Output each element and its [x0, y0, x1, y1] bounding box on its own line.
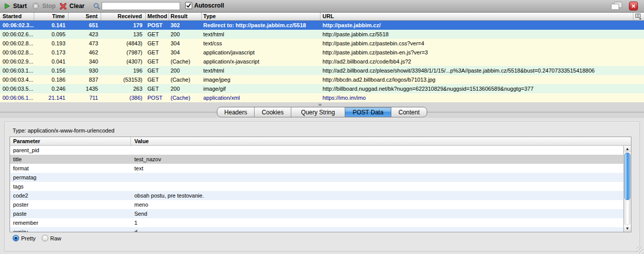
vertical-scrollbar[interactable]: ▲ ▼	[623, 146, 631, 232]
request-row-cell-sent: 462	[68, 48, 101, 57]
request-row-cell-started: 00:06:06.1...	[0, 93, 34, 102]
request-row[interactable]: 00:06:03.4...0.186837(53153)GET(Cache)im…	[0, 75, 644, 84]
param-row-cell-value: meno	[131, 200, 623, 209]
param-row[interactable]: expiryd	[10, 227, 623, 232]
close-icon[interactable]: ✕	[629, 2, 638, 11]
request-rows: 00:06:02.3...0.141651179POST302Redirect …	[0, 21, 644, 102]
column-header-sent[interactable]: Sent	[68, 13, 101, 20]
request-row-cell-started: 00:06:03.1...	[0, 66, 34, 75]
param-row[interactable]: pasteSend	[10, 209, 623, 218]
raw-radio[interactable]: Raw	[42, 235, 61, 241]
pretty-radio-label: Pretty	[21, 235, 36, 241]
autoscroll-label: Autoscroll	[194, 2, 224, 9]
request-row-cell-method: GET	[146, 84, 169, 93]
request-row[interactable]: 00:06:03.5...0.2461435263GET200image/gif…	[0, 84, 644, 93]
param-row[interactable]: permatag	[10, 173, 623, 182]
view-mode-radios: Pretty Raw	[13, 235, 61, 241]
param-row-cell-value: test_nazov	[131, 155, 623, 164]
request-row-cell-sent: 837	[68, 75, 101, 84]
column-header-result[interactable]: Result	[169, 13, 202, 20]
param-row[interactable]: remember1	[10, 218, 623, 227]
scroll-up-icon[interactable]: ▲	[624, 146, 631, 152]
post-data-panel: Type: application/x-www-form-urlencoded …	[0, 118, 644, 254]
column-header-type[interactable]: Type	[202, 13, 320, 20]
param-row-cell-param: expiry	[10, 227, 131, 232]
request-row-cell-started: 00:06:02.9...	[0, 57, 34, 66]
param-row-cell-param: tags	[10, 182, 131, 191]
tab-headers[interactable]: Headers	[217, 107, 254, 117]
param-row[interactable]: titletest_nazov	[10, 155, 623, 164]
request-row[interactable]: 00:06:02.8...0.193473(4843)GET304text/cs…	[0, 39, 644, 48]
detach-window-icon[interactable]	[611, 2, 623, 11]
start-button[interactable]: Start	[4, 0, 27, 12]
request-row-cell-type: image/gif	[202, 84, 320, 93]
request-row-cell-result: (Cache)	[169, 93, 202, 102]
tab-query-string[interactable]: Query String	[291, 107, 345, 117]
request-row-cell-received: 179	[101, 21, 146, 30]
column-header-started[interactable]: Started	[0, 13, 34, 20]
request-row-cell-url: http://paste.jabbim.cz/pastebin.css?ver=…	[320, 39, 644, 48]
post-data-rows: parent_pidtitletest_nazovformattextperma…	[10, 146, 623, 232]
pretty-radio[interactable]: Pretty	[13, 235, 36, 241]
request-row-cell-started: 00:06:02.8...	[0, 39, 34, 48]
request-row-cell-url: http://bbcdn.ad2.billboard.cz/logos/b710…	[320, 75, 644, 84]
param-row-cell-param: poster	[10, 200, 131, 209]
stop-button[interactable]: Stop	[32, 0, 56, 12]
request-row[interactable]: 00:06:02.3...0.141651179POST302Redirect …	[0, 21, 644, 30]
request-row-cell-type: application/xml	[202, 93, 320, 102]
param-row[interactable]: postermeno	[10, 200, 623, 209]
tab-post-data[interactable]: POST Data	[345, 107, 391, 117]
column-header-url[interactable]: URL	[320, 13, 633, 20]
scroll-down-icon[interactable]: ▼	[624, 225, 631, 232]
request-row[interactable]: 00:06:02.8...0.173462(7987)GET304applica…	[0, 48, 644, 57]
param-row[interactable]: parent_pid	[10, 146, 623, 155]
request-row-cell-sent: 651	[68, 21, 101, 30]
column-picker-icon[interactable]	[633, 13, 644, 20]
request-row[interactable]: 00:06:06.1...21.141711(386)POST(Cache)ap…	[0, 93, 644, 102]
request-row-cell-sent: 340	[68, 57, 101, 66]
request-row[interactable]: 00:06:02.9...0.041340(4307)GET(Cache)app…	[0, 57, 644, 66]
request-row-cell-received: 263	[101, 84, 146, 93]
splitter-grip-icon[interactable]	[318, 104, 321, 106]
clear-button-label: Clear	[69, 3, 85, 10]
request-row-cell-time: 0.246	[34, 84, 68, 93]
detail-tabbar: Headers Cookies Query String POST Data C…	[0, 106, 644, 118]
autoscroll-checkbox[interactable]: Autoscroll	[185, 2, 224, 9]
request-row-cell-time: 0.141	[34, 21, 68, 30]
request-row[interactable]: 00:06:03.1...0.156930196GET200text/htmlh…	[0, 66, 644, 75]
request-row-cell-received: (386)	[101, 93, 146, 102]
request-row-cell-received: (4307)	[101, 57, 146, 66]
param-row[interactable]: code2obsah postu, pre testovanie.	[10, 191, 623, 200]
request-row-cell-url: http://ad2.billboard.cz/please/showit/33…	[320, 66, 644, 75]
column-header-received[interactable]: Received	[101, 13, 146, 20]
request-row-cell-received: 196	[101, 66, 146, 75]
param-row-cell-value: obsah postu, pre testovanie.	[131, 191, 623, 200]
param-row-cell-value: 1	[131, 218, 623, 227]
request-row-cell-started: 00:06:02.8...	[0, 48, 34, 57]
request-row-cell-result: 304	[169, 48, 202, 57]
request-row-cell-method: POST	[146, 93, 169, 102]
param-row-cell-param: title	[10, 155, 131, 164]
column-header-time[interactable]: Time	[34, 13, 68, 20]
panel-splitter[interactable]	[0, 102, 644, 106]
tab-cookies[interactable]: Cookies	[254, 107, 291, 117]
clear-button[interactable]: Clear	[60, 0, 85, 12]
post-data-table-header: Parameter Value	[10, 137, 631, 146]
column-header-parameter[interactable]: Parameter	[10, 137, 131, 145]
request-row-cell-result: (Cache)	[169, 57, 202, 66]
param-row[interactable]: tags	[10, 182, 623, 191]
request-row[interactable]: 00:06:02.6...0.095423135GET200text/htmlh…	[0, 30, 644, 39]
request-row-cell-time: 0.193	[34, 39, 68, 48]
tab-content[interactable]: Content	[391, 107, 427, 117]
request-row-cell-url: https://imo.im/imo	[320, 93, 644, 102]
content-type-label: Type: application/x-www-form-urlencoded	[13, 128, 114, 134]
column-header-value[interactable]: Value	[131, 137, 631, 145]
param-row[interactable]: formattext	[10, 164, 623, 173]
detail-tabs: Headers Cookies Query String POST Data C…	[217, 107, 427, 117]
column-header-method[interactable]: Method	[146, 13, 169, 20]
request-row-cell-result: 200	[169, 84, 202, 93]
resize-grip-icon[interactable]	[636, 246, 643, 253]
search-input[interactable]	[102, 2, 180, 10]
scrollbar-thumb[interactable]	[624, 153, 630, 200]
param-row-cell-value: text	[131, 164, 623, 173]
